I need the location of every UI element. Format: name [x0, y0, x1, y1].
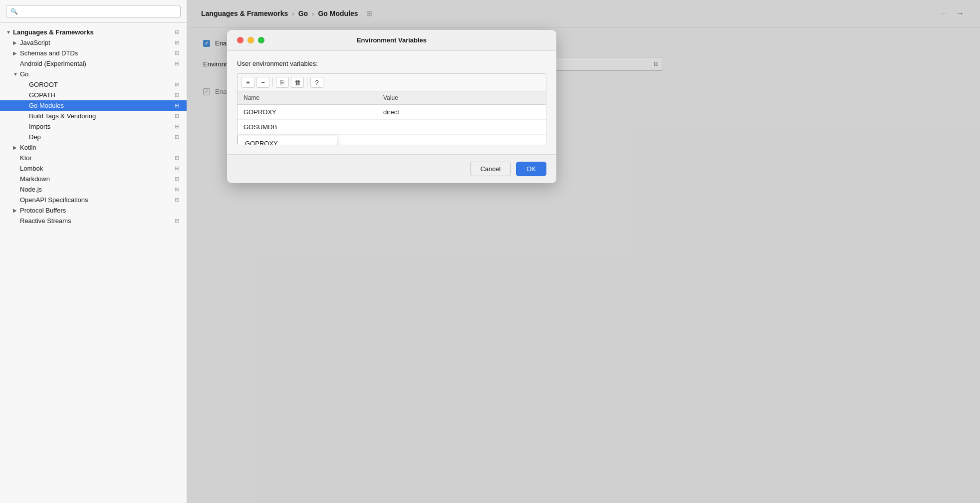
sidebar-item-label: Kotlin	[20, 144, 181, 151]
dialog-overlay: Environment Variables User environment v…	[187, 0, 980, 503]
sidebar-item-build-tags[interactable]: Build Tags & Vendoring ⊞	[0, 111, 187, 121]
arrow-icon: ▶	[13, 145, 20, 150]
col-value-header: Value	[377, 91, 546, 104]
copy-button[interactable]: ⎘	[276, 77, 289, 88]
sidebar-item-languages-frameworks[interactable]: ▼ Languages & Frameworks ⊞	[0, 27, 187, 37]
cancel-button[interactable]: Cancel	[470, 162, 511, 176]
sidebar-item-label: Lombok	[20, 165, 173, 172]
arrow-icon: ▶	[13, 208, 20, 213]
settings-icon: ⊞	[173, 155, 181, 162]
settings-icon: ⊞	[173, 92, 181, 99]
sidebar: 🔍 ▼ Languages & Frameworks ⊞ ▶ JavaScrip…	[0, 0, 187, 503]
maximize-button[interactable]	[258, 37, 264, 43]
sidebar-item-label: Markdown	[20, 175, 173, 183]
close-button[interactable]	[237, 37, 244, 43]
sidebar-item-goroot[interactable]: GOROOT ⊞	[0, 79, 187, 90]
sidebar-item-label: Reactive Streams	[20, 217, 173, 225]
autocomplete-dropdown[interactable]: GOPROXY GOSUMDB GOPRIVATE GONOPROXY GONO…	[238, 136, 337, 145]
sidebar-item-label: Go	[20, 70, 181, 78]
sidebar-item-label: Go Modules	[29, 102, 173, 109]
sidebar-item-label: Schemas and DTDs	[20, 49, 173, 57]
ok-button[interactable]: OK	[516, 162, 546, 176]
toolbar: + − ⎘ 🗑 ?	[237, 73, 546, 91]
sidebar-item-label: Dep	[29, 133, 173, 141]
row-value-gosumdb	[377, 120, 546, 134]
sidebar-item-label: Languages & Frameworks	[13, 28, 173, 36]
sidebar-item-gopath[interactable]: GOPATH ⊞	[0, 90, 187, 100]
toolbar-separator	[272, 78, 273, 87]
dropdown-item-goproxy[interactable]: GOPROXY	[238, 136, 337, 145]
dialog-titlebar: Environment Variables	[227, 30, 556, 51]
sidebar-item-dep[interactable]: Dep ⊞	[0, 132, 187, 142]
sidebar-item-protocol-buffers[interactable]: ▶ Protocol Buffers	[0, 205, 187, 216]
section-label: User environment variables:	[237, 60, 546, 67]
main-content: Languages & Frameworks › Go › Go Modules…	[187, 0, 980, 503]
help-button[interactable]: ?	[310, 77, 323, 88]
settings-icon: ⊞	[173, 60, 181, 67]
env-table: Name Value GOPROXY direct GOSUMDB	[237, 91, 546, 145]
sidebar-item-label: GOPATH	[29, 91, 173, 99]
table-row[interactable]: GOPROXY direct	[238, 105, 546, 120]
sidebar-item-go[interactable]: ▼ Go	[0, 69, 187, 79]
sidebar-item-kotlin[interactable]: ▶ Kotlin	[0, 142, 187, 153]
sidebar-item-label: OpenAPI Specifications	[20, 196, 173, 204]
arrow-icon: ▼	[6, 29, 13, 35]
arrow-icon: ▶	[13, 50, 20, 56]
environment-variables-dialog: Environment Variables User environment v…	[227, 30, 556, 183]
minimize-button[interactable]	[247, 37, 254, 43]
settings-icon: ⊞	[173, 134, 181, 141]
sidebar-item-nodejs[interactable]: Node.js ⊞	[0, 184, 187, 195]
settings-icon: ⊞	[173, 29, 181, 36]
settings-icon: ⊞	[173, 81, 181, 88]
col-name-header: Name	[238, 91, 377, 104]
sidebar-item-go-modules[interactable]: Go Modules ⊞	[0, 100, 187, 111]
settings-icon: ⊞	[173, 102, 181, 109]
sidebar-item-reactive-streams[interactable]: Reactive Streams ⊞	[0, 216, 187, 226]
sidebar-item-javascript[interactable]: ▶ JavaScript ⊞	[0, 37, 187, 48]
sidebar-item-markdown[interactable]: Markdown ⊞	[0, 174, 187, 184]
search-bar: 🔍	[0, 0, 187, 23]
settings-icon: ⊞	[173, 197, 181, 204]
sidebar-item-label: Protocol Buffers	[20, 207, 181, 214]
row-name-goproxy: GOPROXY	[238, 105, 377, 119]
sidebar-item-android[interactable]: Android (Experimental) ⊞	[0, 58, 187, 69]
settings-icon: ⊞	[173, 165, 181, 172]
sidebar-item-label: JavaScript	[20, 39, 173, 46]
settings-icon: ⊞	[173, 218, 181, 225]
remove-button[interactable]: −	[256, 77, 269, 88]
sidebar-item-label: Imports	[29, 123, 173, 130]
row-value-goproxy: direct	[377, 105, 546, 119]
dialog-body: User environment variables: + − ⎘ 🗑 ? Na…	[227, 51, 556, 154]
row-name-gosumdb: GOSUMDB GOPROXY GOSUMDB GOPRIVATE GONOPR…	[238, 120, 377, 134]
sidebar-item-ktor[interactable]: Ktor ⊞	[0, 153, 187, 163]
sidebar-item-label: GOROOT	[29, 81, 173, 88]
search-icon: 🔍	[10, 8, 18, 15]
sidebar-item-label: Android (Experimental)	[20, 60, 173, 67]
search-wrapper[interactable]: 🔍	[6, 5, 181, 17]
arrow-icon: ▶	[13, 40, 20, 45]
sidebar-item-lombok[interactable]: Lombok ⊞	[0, 163, 187, 174]
settings-icon: ⊞	[173, 123, 181, 130]
settings-icon: ⊞	[173, 50, 181, 57]
settings-icon: ⊞	[173, 186, 181, 193]
sidebar-item-openapi[interactable]: OpenAPI Specifications ⊞	[0, 195, 187, 205]
settings-icon: ⊞	[173, 113, 181, 120]
toolbar-separator-2	[307, 78, 307, 87]
sidebar-item-label: Build Tags & Vendoring	[29, 112, 173, 120]
table-row[interactable]: GOSUMDB GOPROXY GOSUMDB GOPRIVATE GONOPR…	[238, 120, 546, 135]
table-header: Name Value	[238, 91, 546, 105]
dialog-title: Environment Variables	[357, 36, 427, 44]
settings-icon: ⊞	[173, 39, 181, 46]
sidebar-tree: ▼ Languages & Frameworks ⊞ ▶ JavaScript …	[0, 23, 187, 503]
sidebar-item-label: Node.js	[20, 186, 173, 193]
settings-icon: ⊞	[173, 176, 181, 183]
sidebar-item-schemas-dtds[interactable]: ▶ Schemas and DTDs ⊞	[0, 48, 187, 58]
add-button[interactable]: +	[242, 77, 254, 88]
dialog-footer: Cancel OK	[227, 154, 556, 183]
delete-button[interactable]: 🗑	[291, 77, 304, 88]
sidebar-item-imports[interactable]: Imports ⊞	[0, 121, 187, 132]
arrow-icon: ▼	[13, 71, 20, 77]
sidebar-item-label: Ktor	[20, 154, 173, 162]
search-input[interactable]	[21, 7, 176, 15]
table-body: GOPROXY direct GOSUMDB GOPROXY GOSUMDB	[238, 105, 546, 145]
